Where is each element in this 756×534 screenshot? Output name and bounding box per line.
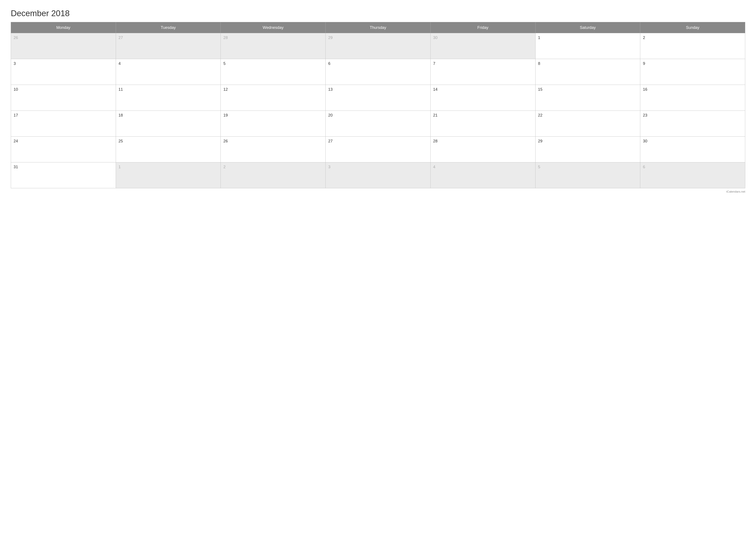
calendar-day-cell: 28 — [430, 137, 535, 163]
calendar-header-friday: Friday — [430, 22, 535, 33]
calendar-header-wednesday: Wednesday — [221, 22, 326, 33]
calendar-day-cell: 1 — [535, 33, 640, 59]
calendar-day-cell: 13 — [326, 85, 431, 111]
calendar-week-row: 3456789 — [11, 59, 745, 85]
calendar-day-cell: 24 — [11, 137, 116, 163]
calendar-day-cell: 17 — [11, 111, 116, 137]
calendar-header-monday: Monday — [11, 22, 116, 33]
calendar-week-row: 10111213141516 — [11, 85, 745, 111]
calendar-week-row: 262728293012 — [11, 33, 745, 59]
calendar-day-cell: 31 — [11, 163, 116, 188]
calendar-day-cell: 9 — [640, 59, 745, 85]
calendar-day-cell: 3 — [326, 163, 431, 188]
calendar-day-cell: 14 — [430, 85, 535, 111]
calendar-title: December 2018 — [11, 9, 745, 18]
calendar-header-tuesday: Tuesday — [116, 22, 221, 33]
calendar-day-cell: 6 — [640, 163, 745, 188]
calendar-day-cell: 25 — [116, 137, 221, 163]
calendar-day-cell: 22 — [535, 111, 640, 137]
calendar-table: MondayTuesdayWednesdayThursdayFridaySatu… — [11, 22, 745, 188]
calendar-day-cell: 27 — [116, 33, 221, 59]
calendar-day-cell: 21 — [430, 111, 535, 137]
calendar-day-cell: 2 — [221, 163, 326, 188]
calendar-day-cell: 27 — [326, 137, 431, 163]
calendar-week-row: 17181920212223 — [11, 111, 745, 137]
calendar-header-thursday: Thursday — [326, 22, 431, 33]
calendar-day-cell: 20 — [326, 111, 431, 137]
calendar-header-row: MondayTuesdayWednesdayThursdayFridaySatu… — [11, 22, 745, 33]
calendar-day-cell: 28 — [221, 33, 326, 59]
calendar-day-cell: 2 — [640, 33, 745, 59]
calendar-day-cell: 19 — [221, 111, 326, 137]
calendar-day-cell: 30 — [640, 137, 745, 163]
calendar-day-cell: 12 — [221, 85, 326, 111]
calendar-day-cell: 11 — [116, 85, 221, 111]
calendar-header-saturday: Saturday — [535, 22, 640, 33]
calendar-day-cell: 26 — [11, 33, 116, 59]
calendar-day-cell: 18 — [116, 111, 221, 137]
calendar-day-cell: 8 — [535, 59, 640, 85]
calendar-day-cell: 23 — [640, 111, 745, 137]
calendar-day-cell: 15 — [535, 85, 640, 111]
calendar-day-cell: 4 — [116, 59, 221, 85]
calendar-header-sunday: Sunday — [640, 22, 745, 33]
calendar-day-cell: 30 — [430, 33, 535, 59]
calendar-week-row: 31123456 — [11, 163, 745, 188]
calendar-day-cell: 7 — [430, 59, 535, 85]
calendar-day-cell: 10 — [11, 85, 116, 111]
calendar-week-row: 24252627282930 — [11, 137, 745, 163]
calendar-day-cell: 29 — [535, 137, 640, 163]
calendar-footer: iCalendars.net — [11, 190, 745, 193]
calendar-day-cell: 29 — [326, 33, 431, 59]
calendar-day-cell: 1 — [116, 163, 221, 188]
calendar-day-cell: 6 — [326, 59, 431, 85]
calendar-day-cell: 26 — [221, 137, 326, 163]
calendar-day-cell: 5 — [535, 163, 640, 188]
calendar-day-cell: 3 — [11, 59, 116, 85]
calendar-day-cell: 16 — [640, 85, 745, 111]
calendar-day-cell: 4 — [430, 163, 535, 188]
calendar-day-cell: 5 — [221, 59, 326, 85]
